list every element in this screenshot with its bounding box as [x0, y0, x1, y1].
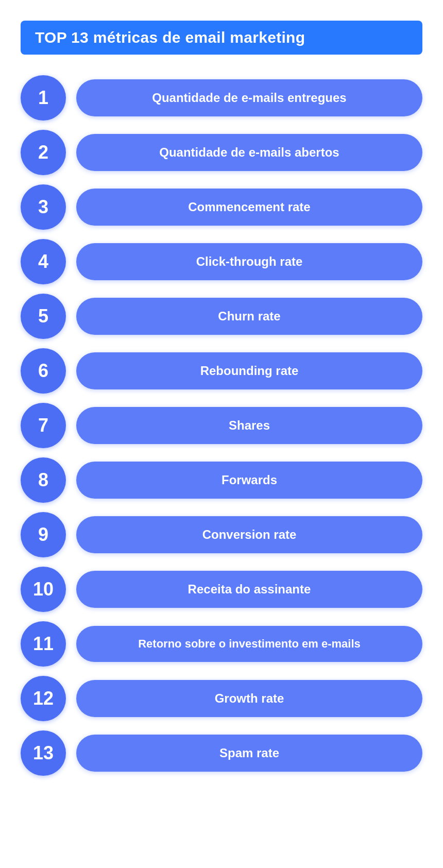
page-title: TOP 13 métricas de email marketing [35, 29, 305, 46]
label-pill-12: Growth rate [76, 680, 422, 717]
number-circle-9: 9 [21, 512, 66, 557]
label-pill-7: Shares [76, 407, 422, 444]
label-pill-8: Forwards [76, 462, 422, 499]
metrics-list: 1Quantidade de e-mails entregues2Quantid… [21, 75, 422, 776]
number-circle-8: 8 [21, 457, 66, 503]
number-circle-10: 10 [21, 567, 66, 612]
list-item: 5Churn rate [21, 294, 422, 339]
number-circle-1: 1 [21, 75, 66, 121]
list-item: 10Receita do assinante [21, 567, 422, 612]
label-pill-13: Spam rate [76, 735, 422, 772]
list-item: 12Growth rate [21, 676, 422, 721]
page-title-box: TOP 13 métricas de email marketing [21, 21, 422, 55]
list-item: 1Quantidade de e-mails entregues [21, 75, 422, 121]
number-circle-4: 4 [21, 239, 66, 284]
list-item: 11Retorno sobre o investimento em e-mail… [21, 621, 422, 667]
list-item: 7Shares [21, 403, 422, 448]
list-item: 2Quantidade de e-mails abertos [21, 130, 422, 175]
label-pill-10: Receita do assinante [76, 571, 422, 608]
list-item: 9Conversion rate [21, 512, 422, 557]
number-circle-13: 13 [21, 730, 66, 776]
label-pill-1: Quantidade de e-mails entregues [76, 79, 422, 116]
list-item: 3Commencement rate [21, 184, 422, 230]
number-circle-7: 7 [21, 403, 66, 448]
label-pill-9: Conversion rate [76, 516, 422, 553]
number-circle-12: 12 [21, 676, 66, 721]
list-item: 4Click-through rate [21, 239, 422, 284]
label-pill-2: Quantidade de e-mails abertos [76, 134, 422, 171]
list-item: 13Spam rate [21, 730, 422, 776]
number-circle-5: 5 [21, 294, 66, 339]
label-pill-5: Churn rate [76, 298, 422, 335]
label-pill-11: Retorno sobre o investimento em e-mails [76, 626, 422, 662]
number-circle-2: 2 [21, 130, 66, 175]
label-pill-4: Click-through rate [76, 243, 422, 280]
number-circle-6: 6 [21, 348, 66, 394]
number-circle-11: 11 [21, 621, 66, 667]
label-pill-6: Rebounding rate [76, 352, 422, 389]
label-pill-3: Commencement rate [76, 189, 422, 226]
list-item: 6Rebounding rate [21, 348, 422, 394]
list-item: 8Forwards [21, 457, 422, 503]
number-circle-3: 3 [21, 184, 66, 230]
